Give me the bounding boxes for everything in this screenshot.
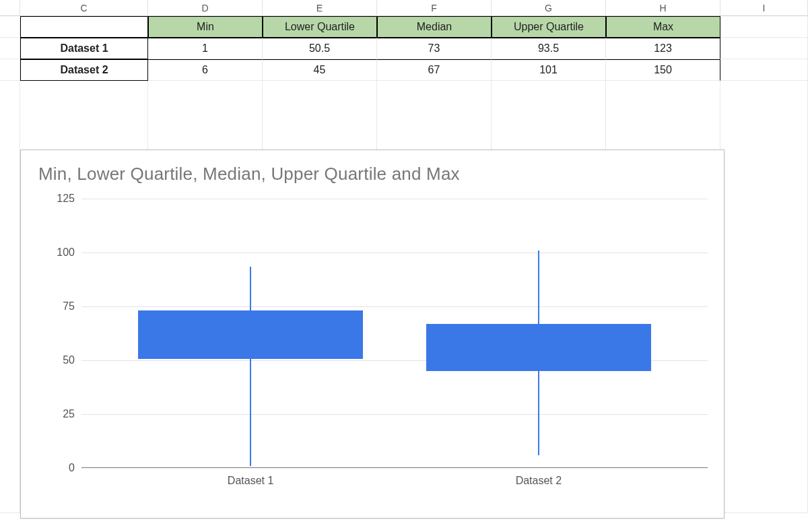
plot-area: [81, 199, 708, 468]
cell-d1-min[interactable]: 1: [148, 38, 263, 59]
y-tick-0: 0: [69, 462, 75, 474]
col-header-E[interactable]: E: [263, 0, 377, 16]
row-gutter: [0, 16, 20, 38]
row-label-2[interactable]: Dataset 2: [20, 59, 148, 81]
cell-d1-max[interactable]: 123: [606, 38, 720, 59]
x-label-1: Dataset 1: [228, 475, 273, 487]
gridline: [81, 199, 708, 199]
cell-d2-med[interactable]: 67: [377, 59, 492, 81]
chart-title: Min, Lower Quartile, Median, Upper Quart…: [38, 164, 460, 185]
cell-d1-med[interactable]: 73: [377, 38, 492, 59]
box-dataset-1: [138, 310, 364, 359]
y-axis: 125 100 75 50 25 0: [48, 199, 79, 468]
cell-d2-q3[interactable]: 101: [492, 59, 606, 81]
header-max[interactable]: Max: [606, 16, 720, 38]
col-header-H[interactable]: H: [606, 0, 720, 16]
x-label-2: Dataset 2: [516, 475, 562, 487]
grid: Min Lower Quartile Median Upper Quartile…: [0, 16, 808, 512]
column-header-row: C D E F G H I: [0, 0, 808, 16]
y-tick-100: 100: [57, 246, 75, 259]
cell-empty[interactable]: [720, 16, 808, 38]
cell-d2-min[interactable]: 6: [148, 59, 263, 81]
col-header-G[interactable]: G: [492, 0, 606, 16]
cell-blank[interactable]: [20, 16, 148, 38]
row-gutter: [0, 59, 20, 81]
x-axis: [81, 467, 708, 468]
table-row: Dataset 2 6 45 67 101 150: [0, 59, 808, 81]
col-header-I[interactable]: I: [720, 0, 808, 16]
gridline: [81, 306, 708, 307]
y-tick-25: 25: [63, 408, 75, 420]
cell-empty[interactable]: [720, 38, 808, 59]
header-min[interactable]: Min: [148, 16, 263, 38]
y-tick-50: 50: [63, 354, 75, 366]
col-header-C[interactable]: C: [20, 0, 148, 16]
cell-d1-q3[interactable]: 93.5: [492, 38, 606, 59]
cell-d1-q1[interactable]: 50.5: [263, 38, 377, 59]
cell-empty[interactable]: [720, 59, 808, 81]
row-label-1[interactable]: Dataset 1: [20, 38, 148, 59]
table-header-row: Min Lower Quartile Median Upper Quartile…: [0, 16, 808, 38]
gridline: [81, 253, 708, 253]
corner-cell: [0, 0, 20, 16]
col-header-F[interactable]: F: [377, 0, 492, 16]
gridline: [81, 414, 708, 415]
cell-d2-q1[interactable]: 45: [263, 59, 377, 81]
chart-object[interactable]: Min, Lower Quartile, Median, Upper Quart…: [20, 149, 725, 519]
header-median[interactable]: Median: [377, 16, 492, 38]
row-gutter: [0, 38, 20, 59]
cell-d2-max[interactable]: 150: [606, 59, 720, 81]
box-dataset-2: [426, 324, 652, 371]
header-q3[interactable]: Upper Quartile: [492, 16, 606, 38]
col-header-D[interactable]: D: [148, 0, 263, 16]
header-q1[interactable]: Lower Quartile: [263, 16, 377, 38]
whisker-dataset-1: [250, 267, 251, 466]
y-tick-125: 125: [57, 193, 75, 205]
y-tick-75: 75: [63, 300, 75, 312]
table-row: Dataset 1 1 50.5 73 93.5 123: [0, 38, 808, 59]
spreadsheet: C D E F G H I Min Lower Quartile Median …: [0, 0, 808, 512]
